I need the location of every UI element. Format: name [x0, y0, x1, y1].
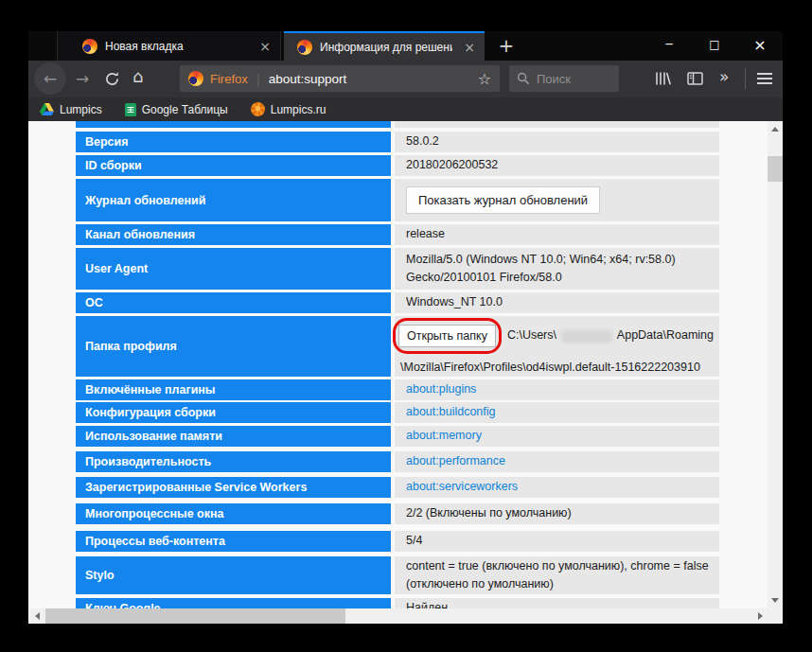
search-bar[interactable]: Поиск — [509, 65, 619, 92]
scroll-up-arrow[interactable] — [771, 127, 779, 132]
firefox-window: Новая вкладка × Информация для решения п… — [28, 31, 783, 624]
overflow-menu-icon[interactable]: » — [719, 67, 729, 86]
table-row-performance: Производительность about:performance — [76, 451, 719, 472]
table-row-enabled-plugins: Включённые плагины about:plugins — [76, 379, 719, 400]
bookmark-star-icon[interactable]: ☆ — [478, 70, 491, 88]
table-row-service-workers: Зарегистрированные Service Workers about… — [76, 477, 719, 498]
row-label: Канал обновления — [76, 224, 391, 245]
row-value: Найден — [395, 598, 719, 608]
toolbar-separator — [745, 68, 746, 89]
bookmark-lumpics[interactable]: Lumpics — [40, 103, 102, 116]
tab-about-support[interactable]: Информация для решения пр × — [284, 31, 485, 61]
bookmark-google-sheets[interactable]: Google Таблицы — [125, 103, 228, 116]
new-tab-button[interactable]: + — [494, 33, 519, 58]
row-label: Производительность — [76, 451, 391, 472]
row-label: Использование памяти — [76, 426, 391, 447]
blurred-username — [561, 330, 612, 343]
row-label: Зарегистрированные Service Workers — [76, 477, 391, 498]
maximize-button[interactable]: □ — [692, 31, 737, 61]
table-row-user-agent: User Agent Mozilla/5.0 (Windows NT 10.0;… — [76, 248, 719, 290]
about-buildconfig-link[interactable]: about:buildconfig — [406, 403, 496, 421]
vertical-scrollbar-thumb[interactable] — [768, 156, 783, 182]
close-button[interactable]: × — [737, 31, 783, 61]
table-row-clipped-top — [76, 121, 719, 128]
firefox-tab-icon — [82, 39, 97, 54]
row-label: User Agent — [76, 248, 391, 290]
tab-bar: Новая вкладка × Информация для решения п… — [28, 31, 783, 61]
vertical-scrollbar[interactable] — [768, 121, 783, 608]
sidebar-icon[interactable] — [687, 71, 703, 86]
table-row-stylo: Stylo content = true (включено по умолча… — [76, 556, 719, 594]
tab-close-icon[interactable]: × — [460, 40, 485, 55]
home-button[interactable]: ⌂ — [132, 68, 143, 85]
row-label: Включённые плагины — [76, 379, 391, 400]
scroll-right-arrow[interactable] — [758, 612, 763, 620]
table-row-os: ОС Windows_NT 10.0 — [76, 292, 719, 313]
tab-close-icon[interactable]: × — [256, 39, 280, 54]
row-label: ОС — [76, 292, 391, 313]
row-value: 58.0.2 — [395, 132, 719, 152]
row-value: content = true (включено по умолчанию), … — [395, 556, 719, 594]
table-row-google-key-clipped: Ключ Google Найден — [76, 598, 719, 608]
firefox-page-icon — [188, 71, 203, 86]
table-row-multiprocess-windows: Многопроцессные окна 2/2 (Включены по ум… — [76, 503, 719, 524]
about-support-page: Версия 58.0.2 ID сборки 20180206200532 Ж… — [28, 121, 783, 624]
forward-button[interactable]: → — [76, 70, 89, 87]
about-memory-link[interactable]: about:memory — [406, 427, 482, 445]
table-row-web-content-processes: Процессы веб-контента 5/4 — [76, 531, 719, 552]
search-placeholder: Поиск — [537, 72, 571, 86]
horizontal-scrollbar-thumb[interactable] — [45, 608, 345, 624]
bookmark-label: Lumpics.ru — [271, 103, 327, 116]
table-row-update-channel: Канал обновления release — [76, 224, 719, 245]
scroll-down-arrow[interactable] — [771, 598, 779, 603]
tab-title: Информация для решения пр — [320, 41, 452, 54]
row-value: Windows_NT 10.0 — [395, 292, 719, 313]
window-controls: ─ □ × — [646, 31, 783, 61]
navigation-toolbar: ← → ⌂ Firefox | about:support ☆ Поиск — [28, 61, 783, 97]
horizontal-scrollbar[interactable] — [30, 608, 768, 624]
back-button[interactable]: ← — [34, 62, 66, 95]
google-drive-icon — [40, 103, 54, 115]
minimize-button[interactable]: ─ — [646, 31, 692, 61]
about-performance-link[interactable]: about:performance — [406, 452, 505, 470]
open-profile-folder-button[interactable]: Открыть папку — [398, 325, 496, 347]
profile-path-before: C:\Users\ — [507, 326, 556, 344]
row-label: Процессы веб-контента — [76, 531, 391, 552]
tab-title: Новая вкладка — [105, 40, 248, 53]
scroll-left-arrow[interactable] — [35, 612, 40, 620]
bookmark-lumpics-ru[interactable]: Lumpics.ru — [251, 102, 327, 116]
table-row-version: Версия 58.0.2 — [76, 132, 719, 152]
profile-path-after: AppData\Roaming — [617, 326, 714, 344]
row-value: release — [395, 224, 719, 245]
tab-new-tab[interactable]: Новая вкладка × — [57, 31, 281, 61]
url-text[interactable]: about:support — [269, 72, 478, 86]
lumpics-site-icon — [251, 102, 265, 116]
row-value: 5/4 — [395, 531, 719, 552]
hamburger-menu-icon[interactable] — [757, 73, 772, 84]
row-label: ID сборки — [76, 155, 391, 176]
table-row-memory-usage: Использование памяти about:memory — [76, 426, 719, 447]
library-icon[interactable] — [655, 71, 672, 86]
row-value: 20180206200532 — [395, 155, 719, 176]
firefox-tab-icon — [297, 40, 312, 55]
url-bar[interactable]: Firefox | about:support ☆ — [180, 65, 500, 92]
scrollbar-corner — [768, 608, 783, 624]
bookmarks-bar: Lumpics Google Таблицы Lumpics.ru — [28, 97, 783, 121]
bookmark-label: Google Таблицы — [142, 103, 228, 116]
url-separator: | — [256, 71, 260, 87]
refresh-icon[interactable] — [104, 71, 120, 87]
row-label: Журнал обновлений — [76, 179, 391, 221]
about-serviceworkers-link[interactable]: about:serviceworkers — [406, 478, 518, 496]
about-plugins-link[interactable]: about:plugins — [406, 380, 476, 398]
table-row-build-config: Конфигурация сборки about:buildconfig — [76, 402, 719, 423]
row-label: Папка профиля — [76, 316, 391, 377]
row-label: Многопроцессные окна — [76, 503, 391, 524]
profile-path-line2: \Mozilla\Firefox\Profiles\od4iswpl.defau… — [398, 359, 714, 377]
show-update-history-button[interactable]: Показать журнал обновлений — [406, 186, 600, 214]
row-label: Stylo — [76, 556, 391, 594]
table-row-update-history: Журнал обновлений Показать журнал обновл… — [76, 179, 719, 221]
row-label: Версия — [76, 132, 391, 152]
table-row-build-id: ID сборки 20180206200532 — [76, 155, 719, 176]
table-row-profile-folder: Папка профиля Открыть папку C:\Users\ Ap… — [76, 316, 719, 377]
row-label: Конфигурация сборки — [76, 402, 391, 423]
